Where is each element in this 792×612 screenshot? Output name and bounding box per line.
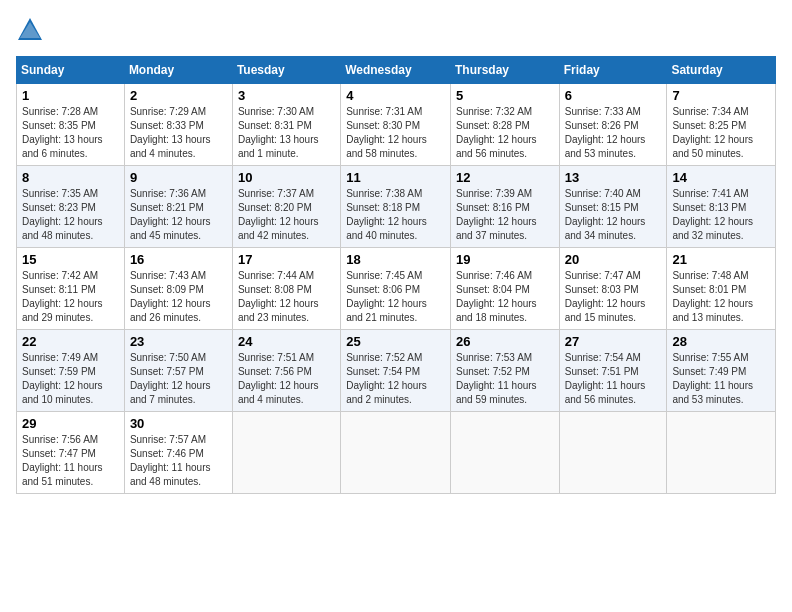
day-info: Sunrise: 7:37 AMSunset: 8:20 PMDaylight:…: [238, 188, 319, 241]
day-number: 8: [22, 170, 119, 185]
day-info: Sunrise: 7:32 AMSunset: 8:28 PMDaylight:…: [456, 106, 537, 159]
day-info: Sunrise: 7:43 AMSunset: 8:09 PMDaylight:…: [130, 270, 211, 323]
day-info: Sunrise: 7:53 AMSunset: 7:52 PMDaylight:…: [456, 352, 537, 405]
calendar-cell: [341, 412, 451, 494]
calendar-cell: [450, 412, 559, 494]
day-number: 22: [22, 334, 119, 349]
day-number: 9: [130, 170, 227, 185]
calendar-cell: 7 Sunrise: 7:34 AMSunset: 8:25 PMDayligh…: [667, 84, 776, 166]
day-number: 13: [565, 170, 662, 185]
day-number: 25: [346, 334, 445, 349]
day-info: Sunrise: 7:42 AMSunset: 8:11 PMDaylight:…: [22, 270, 103, 323]
day-number: 2: [130, 88, 227, 103]
day-info: Sunrise: 7:44 AMSunset: 8:08 PMDaylight:…: [238, 270, 319, 323]
day-info: Sunrise: 7:49 AMSunset: 7:59 PMDaylight:…: [22, 352, 103, 405]
day-number: 26: [456, 334, 554, 349]
day-info: Sunrise: 7:50 AMSunset: 7:57 PMDaylight:…: [130, 352, 211, 405]
calendar-cell: 27 Sunrise: 7:54 AMSunset: 7:51 PMDaylig…: [559, 330, 667, 412]
day-info: Sunrise: 7:48 AMSunset: 8:01 PMDaylight:…: [672, 270, 753, 323]
day-info: Sunrise: 7:56 AMSunset: 7:47 PMDaylight:…: [22, 434, 103, 487]
day-number: 29: [22, 416, 119, 431]
col-header-monday: Monday: [124, 57, 232, 84]
calendar-cell: 4 Sunrise: 7:31 AMSunset: 8:30 PMDayligh…: [341, 84, 451, 166]
day-info: Sunrise: 7:35 AMSunset: 8:23 PMDaylight:…: [22, 188, 103, 241]
day-info: Sunrise: 7:55 AMSunset: 7:49 PMDaylight:…: [672, 352, 753, 405]
calendar-cell: 23 Sunrise: 7:50 AMSunset: 7:57 PMDaylig…: [124, 330, 232, 412]
day-number: 23: [130, 334, 227, 349]
col-header-wednesday: Wednesday: [341, 57, 451, 84]
day-info: Sunrise: 7:31 AMSunset: 8:30 PMDaylight:…: [346, 106, 427, 159]
calendar-cell: 2 Sunrise: 7:29 AMSunset: 8:33 PMDayligh…: [124, 84, 232, 166]
calendar-cell: 16 Sunrise: 7:43 AMSunset: 8:09 PMDaylig…: [124, 248, 232, 330]
day-number: 10: [238, 170, 335, 185]
calendar-table: SundayMondayTuesdayWednesdayThursdayFrid…: [16, 56, 776, 494]
day-number: 5: [456, 88, 554, 103]
calendar-cell: 25 Sunrise: 7:52 AMSunset: 7:54 PMDaylig…: [341, 330, 451, 412]
calendar-cell: 29 Sunrise: 7:56 AMSunset: 7:47 PMDaylig…: [17, 412, 125, 494]
calendar-cell: 11 Sunrise: 7:38 AMSunset: 8:18 PMDaylig…: [341, 166, 451, 248]
logo: [16, 16, 48, 44]
calendar-cell: [667, 412, 776, 494]
calendar-cell: 30 Sunrise: 7:57 AMSunset: 7:46 PMDaylig…: [124, 412, 232, 494]
calendar-week-3: 15 Sunrise: 7:42 AMSunset: 8:11 PMDaylig…: [17, 248, 776, 330]
col-header-friday: Friday: [559, 57, 667, 84]
col-header-sunday: Sunday: [17, 57, 125, 84]
day-number: 27: [565, 334, 662, 349]
calendar-cell: 15 Sunrise: 7:42 AMSunset: 8:11 PMDaylig…: [17, 248, 125, 330]
calendar-cell: 1 Sunrise: 7:28 AMSunset: 8:35 PMDayligh…: [17, 84, 125, 166]
calendar-cell: 9 Sunrise: 7:36 AMSunset: 8:21 PMDayligh…: [124, 166, 232, 248]
day-info: Sunrise: 7:47 AMSunset: 8:03 PMDaylight:…: [565, 270, 646, 323]
col-header-tuesday: Tuesday: [232, 57, 340, 84]
calendar-week-1: 1 Sunrise: 7:28 AMSunset: 8:35 PMDayligh…: [17, 84, 776, 166]
day-info: Sunrise: 7:45 AMSunset: 8:06 PMDaylight:…: [346, 270, 427, 323]
calendar-cell: 18 Sunrise: 7:45 AMSunset: 8:06 PMDaylig…: [341, 248, 451, 330]
day-number: 12: [456, 170, 554, 185]
day-info: Sunrise: 7:57 AMSunset: 7:46 PMDaylight:…: [130, 434, 211, 487]
day-info: Sunrise: 7:33 AMSunset: 8:26 PMDaylight:…: [565, 106, 646, 159]
calendar-week-5: 29 Sunrise: 7:56 AMSunset: 7:47 PMDaylig…: [17, 412, 776, 494]
calendar-week-2: 8 Sunrise: 7:35 AMSunset: 8:23 PMDayligh…: [17, 166, 776, 248]
day-info: Sunrise: 7:40 AMSunset: 8:15 PMDaylight:…: [565, 188, 646, 241]
day-number: 3: [238, 88, 335, 103]
day-info: Sunrise: 7:41 AMSunset: 8:13 PMDaylight:…: [672, 188, 753, 241]
calendar-cell: 6 Sunrise: 7:33 AMSunset: 8:26 PMDayligh…: [559, 84, 667, 166]
day-number: 4: [346, 88, 445, 103]
day-info: Sunrise: 7:30 AMSunset: 8:31 PMDaylight:…: [238, 106, 319, 159]
day-number: 20: [565, 252, 662, 267]
day-number: 16: [130, 252, 227, 267]
day-number: 7: [672, 88, 770, 103]
calendar-cell: 5 Sunrise: 7:32 AMSunset: 8:28 PMDayligh…: [450, 84, 559, 166]
day-info: Sunrise: 7:54 AMSunset: 7:51 PMDaylight:…: [565, 352, 646, 405]
day-number: 17: [238, 252, 335, 267]
day-number: 28: [672, 334, 770, 349]
day-info: Sunrise: 7:34 AMSunset: 8:25 PMDaylight:…: [672, 106, 753, 159]
col-header-saturday: Saturday: [667, 57, 776, 84]
page-header: [16, 16, 776, 44]
day-number: 14: [672, 170, 770, 185]
day-number: 30: [130, 416, 227, 431]
calendar-cell: 26 Sunrise: 7:53 AMSunset: 7:52 PMDaylig…: [450, 330, 559, 412]
day-number: 15: [22, 252, 119, 267]
day-info: Sunrise: 7:39 AMSunset: 8:16 PMDaylight:…: [456, 188, 537, 241]
calendar-cell: 19 Sunrise: 7:46 AMSunset: 8:04 PMDaylig…: [450, 248, 559, 330]
calendar-cell: 13 Sunrise: 7:40 AMSunset: 8:15 PMDaylig…: [559, 166, 667, 248]
calendar-week-4: 22 Sunrise: 7:49 AMSunset: 7:59 PMDaylig…: [17, 330, 776, 412]
day-info: Sunrise: 7:28 AMSunset: 8:35 PMDaylight:…: [22, 106, 103, 159]
logo-icon: [16, 16, 44, 44]
calendar-header-row: SundayMondayTuesdayWednesdayThursdayFrid…: [17, 57, 776, 84]
calendar-cell: 24 Sunrise: 7:51 AMSunset: 7:56 PMDaylig…: [232, 330, 340, 412]
svg-marker-1: [20, 22, 40, 38]
day-info: Sunrise: 7:51 AMSunset: 7:56 PMDaylight:…: [238, 352, 319, 405]
day-number: 19: [456, 252, 554, 267]
day-number: 1: [22, 88, 119, 103]
calendar-cell: [232, 412, 340, 494]
day-number: 21: [672, 252, 770, 267]
day-number: 24: [238, 334, 335, 349]
day-info: Sunrise: 7:46 AMSunset: 8:04 PMDaylight:…: [456, 270, 537, 323]
calendar-cell: 12 Sunrise: 7:39 AMSunset: 8:16 PMDaylig…: [450, 166, 559, 248]
calendar-cell: 20 Sunrise: 7:47 AMSunset: 8:03 PMDaylig…: [559, 248, 667, 330]
calendar-cell: 14 Sunrise: 7:41 AMSunset: 8:13 PMDaylig…: [667, 166, 776, 248]
day-number: 18: [346, 252, 445, 267]
day-number: 6: [565, 88, 662, 103]
calendar-cell: 28 Sunrise: 7:55 AMSunset: 7:49 PMDaylig…: [667, 330, 776, 412]
